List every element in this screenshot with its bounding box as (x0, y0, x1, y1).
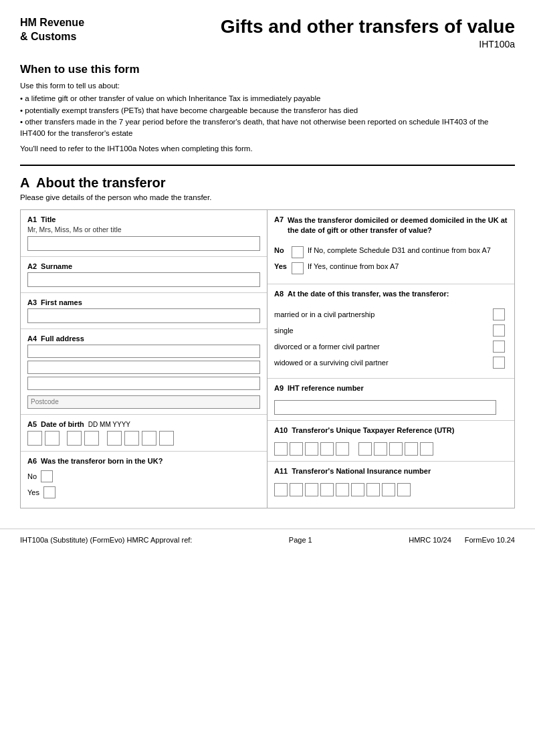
a8-option-2: single (274, 324, 508, 337)
ni-box-6[interactable] (351, 483, 364, 496)
a8-checkbox-2[interactable] (493, 324, 505, 337)
page-title: Gifts and other transfers of value (107, 16, 515, 37)
a6-yes-row: Yes (27, 486, 260, 498)
when-to-use-note: You'll need to refer to the IHT100a Note… (20, 143, 515, 155)
a2-field: A2 Surname (21, 257, 267, 293)
footer: IHT100a (Substitute) (FormEvo) HMRC Appr… (0, 529, 535, 551)
ni-box-8[interactable] (382, 483, 395, 496)
a7-field: A7 Was the transferor domiciled or deeme… (268, 210, 514, 285)
a3-input[interactable] (27, 308, 260, 323)
a1-input[interactable] (27, 236, 260, 251)
a8-option-4: widowed or a surviving civil partner (274, 357, 508, 369)
ni-box-9[interactable] (397, 483, 411, 496)
dob-mm1[interactable] (67, 431, 82, 446)
bullet-2: potentially exempt transfers (PETs) that… (20, 105, 515, 116)
utr-boxes (274, 442, 508, 456)
footer-date: HMRC 10/24 (409, 536, 451, 544)
dob-yyyy2[interactable] (124, 431, 139, 446)
when-to-use-section: When to use this form Use this form to t… (0, 56, 535, 165)
ni-box-3[interactable] (305, 483, 318, 496)
dob-yyyy4[interactable] (159, 431, 174, 446)
bullet-1: a lifetime gift or other transfer of val… (20, 93, 515, 104)
form-grid: A1 Title Mr, Mrs, Miss, Ms or other titl… (20, 209, 515, 508)
a8-field: A8 At the date of this transfer, was the… (268, 284, 514, 379)
dob-yyyy3[interactable] (142, 431, 156, 446)
utr-box-9[interactable] (405, 442, 418, 456)
footer-page: Page 1 (289, 536, 312, 544)
a6-no-checkbox[interactable] (41, 470, 53, 482)
a8-option-3: divorced or a former civil partner (274, 341, 508, 353)
right-column: A7 Was the transferor domiciled or deeme… (268, 210, 514, 508)
a5-field: A5 Date of birth DD MM YYYY (21, 415, 267, 452)
a3-field: A3 First names (21, 293, 267, 329)
address-inputs (27, 345, 260, 409)
a8-checkbox-1[interactable] (493, 308, 505, 320)
a11-field: A11 Transferor's National Insurance numb… (268, 462, 514, 502)
a7-yes-checkbox[interactable] (292, 262, 304, 274)
when-to-use-heading: When to use this form (20, 63, 515, 76)
ni-box-2[interactable] (290, 483, 303, 496)
section-a-description: Please give details of the person who ma… (20, 193, 515, 201)
a7-no-row: No If No, complete Schedule D31 and cont… (274, 246, 508, 258)
ni-box-7[interactable] (366, 483, 380, 496)
dob-dd2[interactable] (45, 431, 60, 446)
a10-field: A10 Transferor's Unique Taxpayer Referen… (268, 421, 514, 462)
a7-yes-row: Yes If Yes, continue from box A7 (274, 262, 508, 274)
when-to-use-bullets: a lifetime gift or other transfer of val… (20, 93, 515, 139)
dob-yyyy1[interactable] (107, 431, 122, 446)
utr-box-6[interactable] (358, 442, 372, 456)
footer-right: HMRC 10/24 FormEvo 10.24 (409, 536, 515, 544)
utr-box-8[interactable] (389, 442, 403, 456)
section-a: A About the transferor Please give detai… (0, 166, 535, 515)
form-code: IHT100a (107, 39, 515, 50)
utr-box-10[interactable] (420, 442, 433, 456)
a1-field: A1 Title Mr, Mrs, Miss, Ms or other titl… (21, 210, 267, 257)
dob-boxes (27, 431, 260, 446)
a6-yes-checkbox[interactable] (43, 486, 56, 498)
when-to-use-intro: Use this form to tell us about: (20, 80, 515, 92)
left-column: A1 Title Mr, Mrs, Miss, Ms or other titl… (21, 210, 268, 508)
a9-input[interactable] (274, 400, 496, 415)
a7-no-checkbox[interactable] (292, 246, 304, 258)
ni-box-4[interactable] (320, 483, 334, 496)
utr-box-2[interactable] (290, 442, 303, 456)
utr-box-4[interactable] (320, 442, 334, 456)
footer-brand: FormEvo 10.24 (465, 536, 515, 544)
address-line1[interactable] (27, 345, 260, 358)
a4-field: A4 Full address (21, 329, 267, 415)
a8-checkbox-4[interactable] (493, 357, 505, 369)
a6-field: A6 Was the transferor born in the UK? No… (21, 452, 267, 508)
utr-box-7[interactable] (374, 442, 387, 456)
utr-box-5[interactable] (336, 442, 349, 456)
a8-option-1: married or in a civil partnership (274, 308, 508, 320)
dob-mm2[interactable] (84, 431, 99, 446)
ni-box-5[interactable] (336, 483, 349, 496)
a2-input[interactable] (27, 272, 260, 287)
address-line3[interactable] (27, 377, 260, 390)
a8-checkbox-3[interactable] (493, 341, 505, 353)
a9-field: A9 IHT reference number (268, 379, 514, 421)
postcode-input[interactable] (27, 395, 260, 409)
section-a-heading: A About the transferor (20, 175, 515, 191)
hmrc-logo: HM Revenue & Customs (20, 16, 107, 44)
ni-boxes (274, 483, 508, 496)
bullet-3: other transfers made in the 7 year perio… (20, 116, 515, 140)
utr-box-1[interactable] (274, 442, 288, 456)
ni-box-1[interactable] (274, 483, 288, 496)
dob-dd1[interactable] (27, 431, 42, 446)
utr-box-3[interactable] (305, 442, 318, 456)
a6-no-row: No (27, 470, 260, 482)
address-line2[interactable] (27, 361, 260, 374)
footer-left: IHT100a (Substitute) (FormEvo) HMRC Appr… (20, 536, 192, 544)
